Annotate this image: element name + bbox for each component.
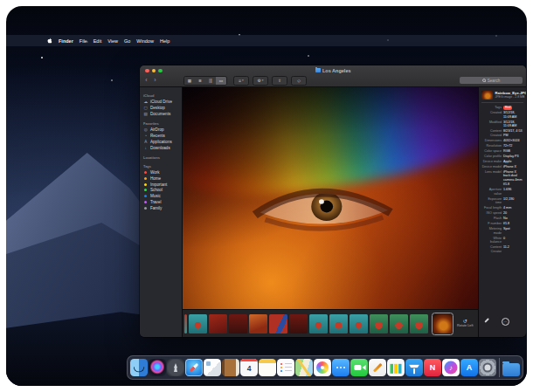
sidebar-item-label: iCloud Drive [150,100,172,104]
menu-window[interactable]: Window [136,38,154,44]
dock-reminders[interactable] [277,359,294,376]
dock-safari[interactable] [185,359,203,376]
menu-finder[interactable]: Finder [59,38,73,44]
sidebar-item-home[interactable]: Home [143,175,182,182]
sidebar-item-recents[interactable]: ◔Recents [143,133,182,139]
dock-facetime[interactable] [350,359,368,376]
mac-display: FinderFileEditViewGoWindowHelp Los Angel… [6,6,527,386]
menu-view[interactable]: View [107,38,118,44]
meta-row-color-space: Color spaceRGB [481,149,523,154]
meta-value: iPhone X back dual camera 4mm f/1.8 [503,170,523,187]
menu-bar: FinderFileEditViewGoWindowHelp [6,35,527,46]
photo-preview[interactable] [183,87,478,309]
back-button[interactable]: ‹ [143,76,149,85]
sidebar-item-downloads[interactable]: ↓Downloads [143,145,182,151]
dock-mail[interactable] [204,359,221,376]
rotate-left-button[interactable]: ↺Rotate Left [457,318,474,330]
list-view-button[interactable]: ≣ [195,77,205,85]
thumbnail[interactable] [350,314,368,334]
dock-maps[interactable] [295,359,313,376]
tags-icon: ◇ [297,79,301,83]
minimize-button[interactable] [152,69,156,73]
action-button[interactable]: ⚙▾ [253,76,268,86]
sidebar-item-desktop[interactable]: ▢Desktop [143,105,182,111]
close-button[interactable] [145,69,149,73]
meta-label: Modified [481,120,502,125]
info-header: Rainbow_Eye.JPG JPEG image - 2.8 MB [481,91,523,103]
menu-edit[interactable]: Edit [93,38,101,44]
sidebar-item-travel[interactable]: Travel [143,199,182,205]
dock-news[interactable] [424,359,441,376]
dock-system-preferences[interactable] [479,359,496,376]
dock: 4 [127,355,523,380]
dock-numbers[interactable] [387,359,405,376]
sidebar-item-family[interactable]: Family [143,205,182,211]
zoom-button[interactable] [158,69,163,73]
meta-value: 8/23/17, 4:53 PM [503,129,523,138]
travel-tag-icon [144,201,147,203]
menu-file[interactable]: File [80,38,87,44]
dock-calendar[interactable]: 4 [240,359,258,376]
sidebar-item-important[interactable]: Important [143,182,182,188]
meta-row-device-make: Device makeApple [481,160,523,164]
meta-value: 11.2 [503,245,509,250]
forward-button[interactable]: › [152,76,158,85]
thumbnail[interactable] [249,314,267,334]
meta-value: 72×72 [503,144,512,148]
thumbnail[interactable] [390,314,408,334]
apple-logo-icon[interactable] [47,38,52,44]
sidebar-item-documents[interactable]: ▤Documents [143,111,182,117]
column-view-button[interactable]: ||| [205,77,216,85]
dock-pages[interactable] [369,359,386,376]
meta-row-flash: FlashNo [481,217,523,221]
search-input[interactable]: Search [460,77,523,85]
thumbnail[interactable] [269,314,287,334]
gallery-main: ↺Rotate LeftMarkup⋯More... [183,87,478,337]
thumbnail[interactable] [370,314,388,334]
sidebar-item-applications[interactable]: AApplications [143,139,182,145]
document-icon: ▤ [143,112,149,116]
sidebar-item-work[interactable]: Work [143,169,182,175]
sidebar-item-music[interactable]: Music [143,193,182,199]
meta-row-lens-model: Lens modeliPhone X back dual camera 4mm … [481,170,523,187]
dock-downloads[interactable] [502,363,520,376]
dock-contacts[interactable] [222,359,239,376]
menu-help[interactable]: Help [160,38,170,44]
dock-app-store[interactable] [460,359,478,376]
folder-icon [315,68,321,72]
thumbnail[interactable] [189,314,207,334]
dock-siri[interactable] [149,359,166,376]
thumbnail[interactable] [329,314,348,334]
thumbnail[interactable] [229,314,247,334]
meta-row-exposure-time: Exposure time1/2,190 [481,197,523,206]
gallery-view-button[interactable]: ▭ [216,77,226,85]
thumbnail[interactable] [209,314,227,334]
sidebar-item-icloud-drive[interactable]: ☁iCloud Drive [143,100,182,106]
meta-row-content-created: Content Created8/23/17, 4:53 PM [481,129,523,138]
sidebar-item-school[interactable]: School [143,187,182,193]
music-tag-icon [144,195,147,197]
dock-messages[interactable] [332,359,350,376]
thumbnail[interactable] [289,314,308,334]
share-button[interactable]: ⇧ [272,76,287,86]
dock-keynote[interactable] [405,359,423,376]
sidebar-item-label: Home [150,176,161,181]
thumbnail[interactable] [410,314,428,334]
meta-value: 0 [503,237,505,241]
tags-button[interactable]: ◇ [291,76,307,86]
sidebar-item-airdrop[interactable]: ◎AirDrop [143,127,182,133]
icon-view-button[interactable]: ▦ [184,77,195,85]
dock-notes[interactable] [259,359,276,376]
thumbnail-selected[interactable] [433,314,452,334]
dock-launchpad[interactable] [167,359,184,376]
window-title: Los Angeles [140,68,526,73]
dock-itunes[interactable] [442,359,460,376]
meta-label: F number [481,222,502,226]
menu-go[interactable]: Go [124,38,130,44]
dock-finder[interactable] [130,359,148,376]
sidebar-item-label: Travel [150,200,162,204]
dock-photos[interactable] [314,359,331,376]
thumbnail[interactable] [184,314,187,334]
thumbnail[interactable] [309,314,328,334]
group-button[interactable]: ≡▾ [233,76,249,86]
